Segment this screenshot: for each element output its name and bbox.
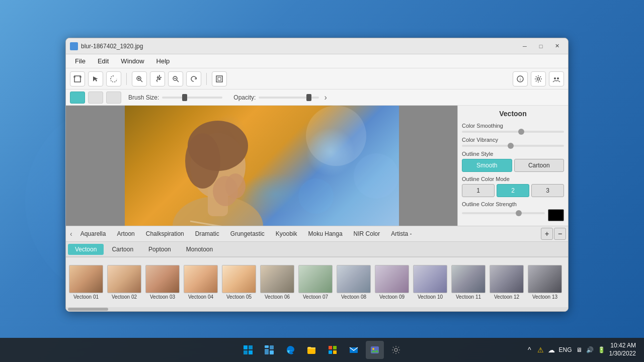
color-swatch[interactable]: [548, 209, 564, 221]
smooth-style-button[interactable]: Smooth: [462, 159, 512, 172]
remove-filter-button[interactable]: −: [554, 228, 566, 240]
color-smoothing-thumb[interactable]: [518, 129, 524, 135]
crop-tool[interactable]: [70, 71, 85, 86]
taskbar-cloud-icon[interactable]: ☁: [548, 346, 555, 354]
tab-dramatic[interactable]: Dramatic: [190, 228, 224, 239]
thumbnail-vectoon-13[interactable]: Vectoon 13: [527, 265, 563, 300]
zoom-out-button[interactable]: [168, 71, 183, 86]
tab-moku-hanga[interactable]: Moku Hanga: [303, 228, 348, 239]
taskbar-settings[interactable]: [387, 341, 405, 359]
thumbnail-vectoon-02[interactable]: Vectoon 02: [106, 265, 142, 300]
maximize-button[interactable]: □: [534, 41, 548, 51]
title-bar: blur-1867402_1920.jpg ─ □ ✕: [66, 38, 568, 54]
taskbar-edge[interactable]: [281, 341, 299, 359]
brush-tool-3[interactable]: [106, 92, 121, 104]
tab-aquarella[interactable]: Aquarella: [75, 228, 111, 239]
cartoon-style-button[interactable]: Cartoon: [514, 159, 565, 172]
panel-title: Vectoon: [462, 110, 564, 118]
thumbnail-vectoon-04[interactable]: Vectoon 04: [183, 265, 219, 300]
minimize-button[interactable]: ─: [518, 41, 532, 51]
clock-time: 10:42 AM: [610, 342, 636, 350]
color-vibrancy-thumb[interactable]: [508, 143, 514, 149]
color-vibrancy-slider[interactable]: [462, 145, 564, 147]
taskbar-file-explorer[interactable]: [302, 341, 320, 359]
taskbar-monitor-icon[interactable]: 🖥: [576, 346, 582, 353]
opacity-thumb[interactable]: [306, 94, 311, 101]
lasso-tool[interactable]: [106, 71, 121, 86]
subtoolbar-arrow[interactable]: ›: [322, 93, 329, 102]
brush-tool-2[interactable]: [88, 92, 103, 104]
thumbnail-vectoon-01[interactable]: Vectoon 01: [68, 265, 104, 300]
thumbnail-vectoon-06[interactable]: Vectoon 06: [259, 265, 295, 300]
thumbnail-vectoon-05[interactable]: Vectoon 05: [221, 265, 257, 300]
menu-window[interactable]: Window: [116, 56, 149, 66]
community-button[interactable]: [549, 71, 564, 86]
taskbar-store[interactable]: [324, 341, 342, 359]
outline-color-strength-slider[interactable]: [462, 212, 545, 214]
thumbnail-vectoon-12[interactable]: Vectoon 12: [489, 265, 525, 300]
menu-edit[interactable]: Edit: [93, 56, 114, 66]
color-mode-1-button[interactable]: 1: [462, 184, 495, 197]
color-smoothing-slider[interactable]: [462, 131, 564, 133]
add-filter-button[interactable]: +: [541, 228, 553, 240]
tab-artista[interactable]: Artista -: [386, 228, 417, 239]
sub-tab-vectoon[interactable]: Vectoon: [68, 244, 104, 255]
canvas-area[interactable]: [66, 106, 457, 226]
thumbnail-vectoon-11[interactable]: Vectoon 11: [450, 265, 487, 300]
thumbnail-label-01: Vectoon 01: [73, 294, 99, 300]
taskbar-warning-icon[interactable]: ⚠: [537, 346, 544, 354]
brush-tool-1[interactable]: [70, 92, 85, 104]
thumbnail-vectoon-10[interactable]: Vectoon 10: [412, 265, 448, 300]
taskbar-photo-editor[interactable]: [366, 341, 384, 359]
svg-rect-33: [249, 350, 253, 354]
tab-artoon[interactable]: Artoon: [112, 228, 139, 239]
thumbnail-vectoon-08[interactable]: Vectoon 08: [336, 265, 372, 300]
svg-rect-37: [270, 350, 274, 354]
opacity-slider[interactable]: [259, 97, 319, 99]
thumbnail-label-02: Vectoon 02: [112, 294, 137, 300]
taskbar-lang[interactable]: ENG: [559, 346, 572, 353]
thumbnail-vectoon-07[interactable]: Vectoon 07: [297, 265, 334, 300]
svg-point-27: [298, 178, 334, 214]
brush-size-thumb[interactable]: [182, 94, 187, 101]
tab-grungetastic[interactable]: Grungetastic: [225, 228, 270, 239]
sub-tab-cartoon[interactable]: Cartoon: [105, 244, 140, 255]
sub-tab-monotoon[interactable]: Monotoon: [179, 244, 220, 255]
thumbnail-vectoon-03[interactable]: Vectoon 03: [144, 265, 181, 300]
taskbar-mail[interactable]: [345, 341, 363, 359]
menu-file[interactable]: File: [70, 56, 91, 66]
close-button[interactable]: ✕: [550, 41, 564, 51]
thumbnail-label-03: Vectoon 03: [150, 294, 175, 300]
taskbar-widgets[interactable]: [260, 341, 278, 359]
rotate-tool[interactable]: [186, 71, 201, 86]
outline-color-strength-thumb[interactable]: [516, 210, 522, 216]
taskbar-start[interactable]: [239, 341, 257, 359]
brush-size-slider-container: [162, 97, 222, 99]
zoom-in-button[interactable]: [132, 71, 147, 86]
taskbar-sound-icon[interactable]: 🔊: [586, 346, 594, 353]
info-button[interactable]: i: [513, 71, 528, 86]
thumbnail-vectoon-09[interactable]: Vectoon 09: [374, 265, 410, 300]
svg-point-24: [225, 173, 246, 199]
taskbar-clock[interactable]: 10:42 AM 1/30/2022: [609, 342, 636, 357]
taskbar-chevron[interactable]: ^: [526, 344, 533, 356]
horizontal-scrollbar[interactable]: [66, 307, 568, 311]
selection-tool[interactable]: [88, 71, 103, 86]
sub-tab-poptoon[interactable]: Poptoon: [141, 244, 178, 255]
taskbar-battery-icon[interactable]: 🔋: [598, 346, 605, 353]
svg-point-25: [306, 106, 366, 166]
filter-tabs-chevron[interactable]: ‹: [68, 230, 74, 238]
tab-nir-color[interactable]: NIR Color: [349, 228, 385, 239]
color-mode-2-button[interactable]: 2: [497, 184, 529, 197]
brush-size-slider[interactable]: [162, 97, 222, 99]
tab-chalkspiration[interactable]: Chalkspiration: [141, 228, 189, 239]
move-tool[interactable]: ✛: [150, 71, 165, 86]
frame-tool[interactable]: [212, 71, 227, 86]
svg-point-17: [557, 77, 559, 79]
scrollbar-thumb[interactable]: [68, 308, 108, 311]
color-mode-3-button[interactable]: 3: [531, 184, 564, 197]
color-vibrancy-label: Color Vibrancy: [462, 137, 564, 143]
menu-help[interactable]: Help: [151, 56, 175, 66]
tab-kyoobik[interactable]: Kyoobik: [271, 228, 302, 239]
settings-button[interactable]: [531, 71, 546, 86]
